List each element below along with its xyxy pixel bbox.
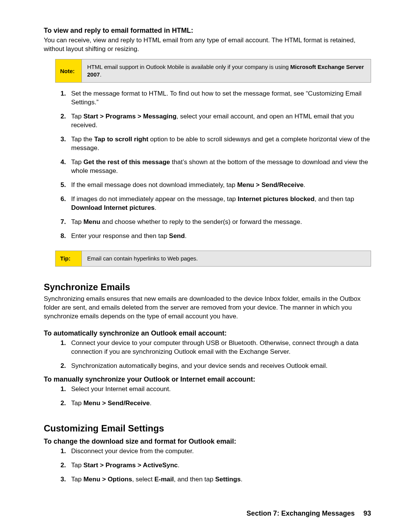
steps-list: Disconnect your device from the computer… [44,447,371,484]
section-heading-synchronize-emails: Synchronize Emails [44,282,371,292]
subheading-manual-sync: To manually synchronize your Outlook or … [44,375,371,383]
list-item: If the email message does not download i… [63,181,371,190]
steps-list: Select your Internet email account.Tap M… [44,385,371,408]
list-item: Set the message format to HTML. To find … [63,89,371,107]
subheading-auto-sync-outlook: To automatically synchronize an Outlook … [44,329,371,337]
list-item: If images do not immediately appear on t… [63,195,371,212]
tip-callout: Tip: Email can contain hyperlinks to Web… [55,251,371,267]
page-footer: Section 7: Exchanging Messages 93 [247,510,371,518]
tip-label: Tip: [56,251,82,266]
steps-list: Set the message format to HTML. To find … [44,89,371,240]
note-callout: Note: HTML email support in Outlook Mobi… [55,59,371,83]
paragraph: Synchronizing emails ensures that new em… [44,295,371,321]
list-item: Tap Menu and choose whether to reply to … [63,218,371,227]
subheading-change-download-size: To change the download size and format f… [44,438,371,446]
list-item: Synchronization automatically begins, an… [63,362,371,371]
document-page: To view and reply to email formatted in … [0,0,411,532]
steps-list: Connect your device to your computer thr… [44,339,371,371]
paragraph: You can receive, view and reply to HTML … [44,36,371,54]
list-item: Tap Menu > Send/Receive. [63,399,371,408]
list-item: Disconnect your device from the computer… [63,447,371,456]
footer-section: Section 7: Exchanging Messages [247,510,355,517]
note-body: HTML email support in Outlook Mobile is … [82,59,371,83]
note-label: Note: [56,59,82,83]
tip-body: Email can contain hyperlinks to Web page… [82,251,371,266]
list-item: Select your Internet email account. [63,385,371,394]
list-item: Tap Menu > Options, select E-mail, and t… [63,475,371,484]
list-item: Connect your device to your computer thr… [63,339,371,356]
list-item: Enter your response and then tap Send. [63,232,371,241]
list-item: Tap Start > Programs > Messaging, select… [63,112,371,130]
list-item: Tap Start > Programs > ActiveSync. [63,461,371,470]
subheading-view-reply-html: To view and reply to email formatted in … [44,27,371,35]
footer-page-number: 93 [363,510,371,517]
list-item: Tap Get the rest of this message that’s … [63,158,371,176]
section-heading-customizing-email-settings: Customizing Email Settings [44,423,371,434]
list-item: Tap the Tap to scroll right option to be… [63,135,371,153]
